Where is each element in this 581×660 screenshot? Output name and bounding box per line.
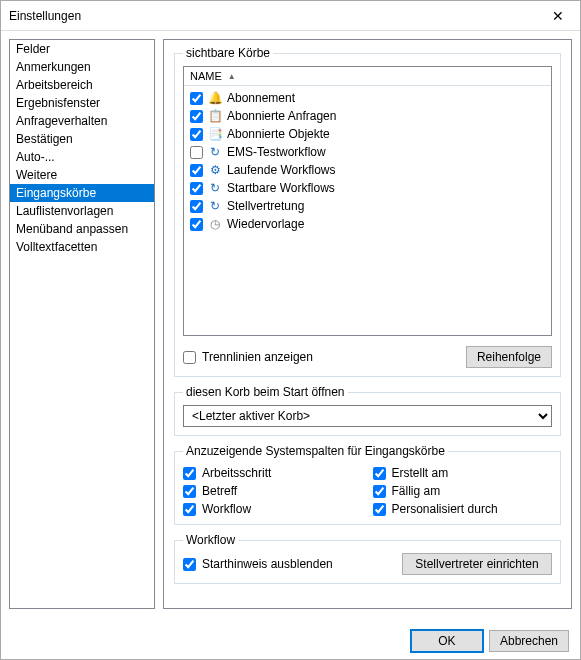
visible-baskets-group: sichtbare Körbe NAME ▲ 🔔Abonnement📋Abonn… — [174, 46, 561, 377]
column-checkbox[interactable] — [373, 485, 386, 498]
basket-label: Abonnement — [227, 91, 295, 105]
sort-ascending-icon: ▲ — [228, 72, 236, 81]
ok-button[interactable]: OK — [411, 630, 483, 652]
list-item[interactable]: ↻EMS-Testworkflow — [186, 143, 549, 161]
column-checkbox[interactable] — [183, 467, 196, 480]
start-basket-select[interactable]: <Letzter aktiver Korb> — [183, 405, 552, 427]
column-checkbox-label[interactable]: Erstellt am — [373, 466, 553, 480]
basket-checkbox[interactable] — [190, 146, 203, 159]
setup-delegate-button[interactable]: Stellvertreter einrichten — [402, 553, 552, 575]
settings-panel: sichtbare Körbe NAME ▲ 🔔Abonnement📋Abonn… — [163, 39, 572, 609]
subscribed-requests-icon: 📋 — [207, 108, 223, 124]
visible-baskets-legend: sichtbare Körbe — [183, 46, 273, 60]
list-item[interactable]: 📑Abonnierte Objekte — [186, 125, 549, 143]
delegation-icon: ↻ — [207, 198, 223, 214]
open-on-start-legend: diesen Korb beim Start öffnen — [183, 385, 348, 399]
sidebar-item[interactable]: Volltextfacetten — [10, 238, 154, 256]
basket-label: Wiedervorlage — [227, 217, 304, 231]
workflow-legend: Workflow — [183, 533, 238, 547]
test-workflow-icon: ↻ — [207, 144, 223, 160]
basket-checkbox[interactable] — [190, 128, 203, 141]
dialog-footer: OK Abbrechen — [0, 620, 581, 660]
list-body: 🔔Abonnement📋Abonnierte Anfragen📑Abonnier… — [184, 86, 551, 335]
content-area: FelderAnmerkungenArbeitsbereichErgebnisf… — [1, 31, 580, 617]
system-columns-legend: Anzuzeigende Systemspalten für Eingangsk… — [183, 444, 448, 458]
sidebar-item[interactable]: Anmerkungen — [10, 58, 154, 76]
list-header[interactable]: NAME ▲ — [184, 67, 551, 86]
column-header-name: NAME — [190, 70, 222, 82]
sidebar-item[interactable]: Anfrageverhalten — [10, 112, 154, 130]
column-checkbox-label[interactable]: Personalisiert durch — [373, 502, 553, 516]
list-item[interactable]: ⚙Laufende Workflows — [186, 161, 549, 179]
close-icon: ✕ — [552, 8, 564, 24]
sidebar-item[interactable]: Lauflistenvorlagen — [10, 202, 154, 220]
list-item[interactable]: ◷Wiedervorlage — [186, 215, 549, 233]
column-checkbox-label[interactable]: Workflow — [183, 502, 363, 516]
bell-icon: 🔔 — [207, 90, 223, 106]
basket-checkbox[interactable] — [190, 218, 203, 231]
running-workflows-icon: ⚙ — [207, 162, 223, 178]
basket-label: Abonnierte Anfragen — [227, 109, 336, 123]
basket-label: Stellvertretung — [227, 199, 304, 213]
basket-checkbox[interactable] — [190, 200, 203, 213]
separators-checkbox-label[interactable]: Trennlinien anzeigen — [183, 350, 313, 364]
column-checkbox[interactable] — [373, 467, 386, 480]
sidebar-item[interactable]: Arbeitsbereich — [10, 76, 154, 94]
sidebar-item[interactable]: Menüband anpassen — [10, 220, 154, 238]
sidebar-item[interactable]: Weitere — [10, 166, 154, 184]
sidebar-item[interactable]: Eingangskörbe — [10, 184, 154, 202]
basket-label: Startbare Workflows — [227, 181, 335, 195]
settings-sidebar: FelderAnmerkungenArbeitsbereichErgebnisf… — [9, 39, 155, 609]
basket-checkbox[interactable] — [190, 92, 203, 105]
window-title: Einstellungen — [9, 9, 81, 23]
separators-checkbox[interactable] — [183, 351, 196, 364]
column-checkbox[interactable] — [183, 485, 196, 498]
column-checkbox-label[interactable]: Betreff — [183, 484, 363, 498]
basket-label: Abonnierte Objekte — [227, 127, 330, 141]
workflow-group: Workflow Starthinweis ausblenden Stellve… — [174, 533, 561, 584]
basket-label: EMS-Testworkflow — [227, 145, 326, 159]
cancel-button[interactable]: Abbrechen — [489, 630, 569, 652]
open-on-start-group: diesen Korb beim Start öffnen <Letzter a… — [174, 385, 561, 436]
basket-checkbox[interactable] — [190, 182, 203, 195]
basket-checkbox[interactable] — [190, 110, 203, 123]
basket-label: Laufende Workflows — [227, 163, 336, 177]
hide-start-hint-checkbox[interactable] — [183, 558, 196, 571]
column-checkbox[interactable] — [183, 503, 196, 516]
baskets-list[interactable]: NAME ▲ 🔔Abonnement📋Abonnierte Anfragen📑A… — [183, 66, 552, 336]
startable-workflows-icon: ↻ — [207, 180, 223, 196]
column-checkbox[interactable] — [373, 503, 386, 516]
subscribed-objects-icon: 📑 — [207, 126, 223, 142]
order-button[interactable]: Reihenfolge — [466, 346, 552, 368]
close-button[interactable]: ✕ — [535, 1, 580, 30]
hide-start-hint-label[interactable]: Starthinweis ausblenden — [183, 557, 333, 571]
column-checkbox-label[interactable]: Arbeitsschritt — [183, 466, 363, 480]
list-item[interactable]: 📋Abonnierte Anfragen — [186, 107, 549, 125]
system-columns-group: Anzuzeigende Systemspalten für Eingangsk… — [174, 444, 561, 525]
list-item[interactable]: ↻Startbare Workflows — [186, 179, 549, 197]
sidebar-item[interactable]: Ergebnisfenster — [10, 94, 154, 112]
sidebar-item[interactable]: Auto-... — [10, 148, 154, 166]
list-item[interactable]: ↻Stellvertretung — [186, 197, 549, 215]
titlebar: Einstellungen ✕ — [1, 1, 580, 31]
sidebar-item[interactable]: Bestätigen — [10, 130, 154, 148]
list-item[interactable]: 🔔Abonnement — [186, 89, 549, 107]
column-checkbox-label[interactable]: Fällig am — [373, 484, 553, 498]
sidebar-item[interactable]: Felder — [10, 40, 154, 58]
basket-checkbox[interactable] — [190, 164, 203, 177]
resubmission-icon: ◷ — [207, 216, 223, 232]
